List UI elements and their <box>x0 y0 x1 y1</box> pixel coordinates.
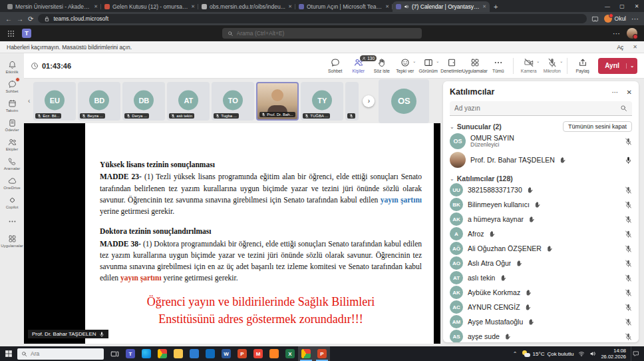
taskbar-app-icon[interactable] <box>186 346 202 361</box>
mic-icon[interactable] <box>625 157 632 164</box>
share-button[interactable]: Paylaş <box>571 58 594 73</box>
rail-item[interactable]: Sohbet <box>0 77 24 96</box>
taskbar-app-icon[interactable]: P <box>314 346 330 361</box>
rail-item[interactable]: Copilot <box>0 192 24 212</box>
mic-off-icon[interactable] <box>625 245 632 252</box>
notification-close-icon[interactable]: ✕ <box>633 44 637 50</box>
mic-off-icon[interactable] <box>625 333 632 340</box>
notification-enable-button[interactable]: Aç <box>617 44 623 51</box>
taskbar-clock[interactable]: 14:08 26.02.2026 <box>601 348 626 360</box>
browser-tab[interactable]: Mersin Üniversitesi - Akademi... ✕ <box>4 1 101 12</box>
spotlight-tile[interactable]: OS <box>379 79 429 123</box>
participant-row[interactable]: OS OMUR SAYIN Düzenleyici <box>450 132 632 151</box>
toolbar-button[interactable]: Kişiler 130 <box>347 58 370 73</box>
chevron-down-icon[interactable]: ⌄ <box>450 176 454 182</box>
device-toggle-button[interactable]: Kamera ⌄ <box>517 58 540 73</box>
toolbar-button[interactable]: Denetimler <box>440 58 463 73</box>
taskbar-search[interactable] <box>17 348 104 360</box>
chevron-down-icon[interactable]: ⌄ <box>436 59 439 63</box>
participant-row[interactable]: AÖ Ali Oğuzhan ÖZŞENER ✋ <box>450 241 632 256</box>
tray-chevron-icon[interactable]: ⌃ <box>513 351 518 357</box>
weather-widget[interactable]: 15°C Çok bulutlu <box>522 350 574 357</box>
back-button[interactable]: ← <box>5 15 12 23</box>
tab-close-icon[interactable]: ✕ <box>482 4 486 9</box>
participant-row[interactable]: AT aslı tekin ✋ <box>450 270 632 285</box>
chevron-down-icon[interactable]: ⌄ <box>560 59 563 63</box>
start-button[interactable] <box>0 346 17 361</box>
teams-more-icon[interactable]: ⋯ <box>613 29 620 38</box>
video-tile[interactable]: BD Beyza ... <box>78 82 120 121</box>
participant-search[interactable] <box>450 101 632 116</box>
task-view-button[interactable] <box>106 346 122 361</box>
participant-row[interactable]: A Afroz ✋ <box>450 226 632 241</box>
wifi-icon[interactable] <box>578 350 585 357</box>
mic-off-icon[interactable] <box>625 138 632 145</box>
taskbar-app-icon[interactable] <box>202 346 218 361</box>
close-button[interactable]: ✕ <box>629 0 644 12</box>
reload-button[interactable]: ⟳ <box>28 15 33 23</box>
participant-row[interactable]: AK Aybüke Korkmaz ✋ <box>450 285 632 300</box>
minimize-button[interactable]: — <box>600 0 615 12</box>
chevron-down-icon[interactable]: ⌄ <box>536 59 540 63</box>
tab-close-icon[interactable]: ✕ <box>288 4 292 9</box>
toolbar-button[interactable]: Söz iste <box>370 58 393 73</box>
action-center-button[interactable] <box>631 346 640 361</box>
teams-search[interactable] <box>222 28 422 39</box>
device-toggle-button[interactable]: Mikrofon ⌄ <box>540 58 564 73</box>
mic-off-icon[interactable] <box>625 201 632 208</box>
participant-row[interactable]: Prof. Dr. Bahar TAŞDELEN ✋ <box>450 151 632 169</box>
browser-tab[interactable]: (7) Calendar | Oryantasyon... ✕ <box>393 1 490 12</box>
tab-close-icon[interactable]: ✕ <box>385 4 389 9</box>
taskbar-app-icon[interactable]: X <box>282 346 298 361</box>
leave-options-chevron[interactable]: ⌄ <box>626 63 637 69</box>
video-tile[interactable]: TY TUĞBA ... <box>301 82 343 121</box>
toolbar-button[interactable]: Uygulamalar <box>463 58 486 73</box>
mic-off-icon[interactable] <box>625 289 632 296</box>
rail-item[interactable]: Ödevler <box>0 115 24 135</box>
video-tile-partial[interactable] <box>345 82 359 121</box>
taskbar-app-icon[interactable] <box>154 346 170 361</box>
rail-item[interactable]: Etkinlik <box>0 57 24 77</box>
participant-row[interactable]: AS ayşe sude ✋ <box>450 329 632 342</box>
participant-row[interactable]: AO Aslı Atra Oğur ✋ <box>450 256 632 270</box>
cast-icon[interactable] <box>591 15 599 23</box>
mic-off-icon[interactable] <box>625 274 632 282</box>
volume-icon[interactable] <box>589 350 596 357</box>
mic-off-icon[interactable] <box>625 186 632 194</box>
browser-tab[interactable]: Gelen Kutusu (12) - omursayin... ✕ <box>101 1 198 12</box>
participant-row[interactable]: AM Ayşe Mustafaoğlu ✋ <box>450 314 632 329</box>
video-tile[interactable]: EU Ecz. Bil... <box>33 82 76 121</box>
taskbar-search-input[interactable] <box>31 350 100 357</box>
browser-menu-icon[interactable]: ⋯ <box>631 15 639 23</box>
toolbar-button[interactable]: Görünüm ⌄ <box>416 58 440 73</box>
leave-button[interactable]: Ayrıl ⌄ <box>598 58 637 74</box>
toolbar-button[interactable]: Tepki ver ⌄ <box>393 58 416 73</box>
mic-off-icon[interactable] <box>625 230 632 238</box>
taskbar-app-icon[interactable]: M <box>250 346 266 361</box>
tab-audio-icon[interactable] <box>404 4 409 9</box>
browser-profile-button[interactable]: Okul <box>604 15 626 23</box>
taskbar-app-icon[interactable] <box>266 346 282 361</box>
toolbar-button[interactable]: Tümü <box>486 58 510 73</box>
app-launcher-icon[interactable] <box>7 29 15 38</box>
taskbar-app-icon[interactable] <box>170 346 186 361</box>
taskbar-app-icon[interactable]: T <box>122 346 138 361</box>
mic-off-icon[interactable] <box>625 304 632 311</box>
participant-row[interactable]: BK Bilinmeyen kullanıcı ✋ <box>450 197 632 212</box>
rail-item[interactable] <box>0 212 24 231</box>
video-tile[interactable]: TO Tugba ... <box>212 82 254 121</box>
taskbar-app-icon[interactable] <box>138 346 154 361</box>
rail-item[interactable]: Uygulamalar <box>0 231 24 250</box>
panel-more-icon[interactable]: ⋯ <box>612 89 619 96</box>
video-tile[interactable]: AT aslı tekin <box>167 82 210 121</box>
taskbar-app-icon[interactable] <box>298 346 314 361</box>
video-tile[interactable]: DB Derya ... <box>122 82 165 121</box>
participant-row[interactable]: AK a hümeyra kaynar ✋ <box>450 212 632 226</box>
leave-button-label[interactable]: Ayrıl <box>598 62 626 69</box>
chevron-down-icon[interactable]: ⌄ <box>450 124 454 130</box>
new-tab-button[interactable]: + <box>490 3 503 12</box>
chevron-down-icon[interactable]: ⌄ <box>412 59 416 63</box>
maximize-button[interactable]: ▢ <box>615 0 629 12</box>
tab-close-icon[interactable]: ✕ <box>94 4 98 9</box>
rail-item[interactable]: Aramalar <box>0 154 24 173</box>
